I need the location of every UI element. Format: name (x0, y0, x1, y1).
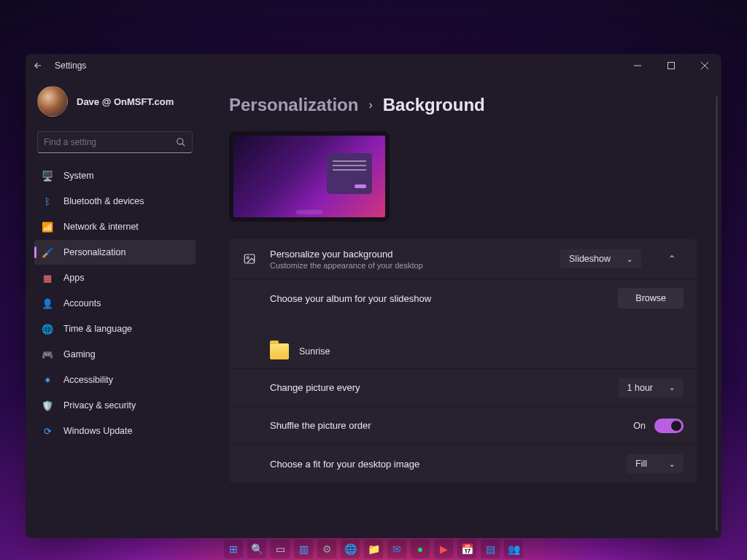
interval-label: Change picture every (270, 382, 605, 393)
shuffle-state-label: On (633, 421, 646, 431)
breadcrumb: Personalization › Background (229, 95, 697, 115)
user-name: Dave @ OnMSFT.com (77, 96, 174, 107)
taskbar-widgets[interactable]: ▥ (294, 540, 313, 559)
taskbar-start[interactable]: ⊞ (224, 540, 243, 559)
picture-icon (242, 252, 257, 265)
search-box[interactable] (37, 131, 193, 153)
svg-point-7 (247, 257, 249, 259)
nav-label: Apps (63, 273, 85, 283)
maximize-button[interactable] (654, 54, 688, 77)
sidebar-item-time-language[interactable]: 🌐Time & language (34, 316, 196, 341)
nav-icon: 🎮 (42, 349, 53, 360)
sidebar: Dave @ OnMSFT.com 🖥️SystemᛒBluetooth & d… (26, 77, 204, 538)
chevron-down-icon: ⌄ (627, 255, 632, 263)
collapse-button[interactable]: ⌃ (660, 248, 684, 270)
content-area: Personalization › Background Personalize… (204, 77, 721, 538)
fit-value: Fill (635, 459, 647, 469)
taskbar-twitter[interactable]: ▤ (481, 540, 500, 559)
nav-icon: 🖥️ (42, 170, 53, 182)
interval-dropdown[interactable]: 1 hour ⌄ (619, 378, 684, 397)
sidebar-item-network-internet[interactable]: 📶Network & internet (34, 214, 196, 239)
nav-label: Personalization (63, 247, 125, 257)
background-mode-dropdown[interactable]: Slideshow ⌄ (560, 249, 641, 268)
search-input[interactable] (44, 137, 176, 147)
close-button[interactable] (688, 54, 721, 77)
settings-window: Settings Dave @ OnMSFT.com 🖥️SystemᛒBlue… (26, 54, 721, 538)
shuffle-toggle[interactable] (654, 419, 684, 433)
preview-window-mock (327, 153, 372, 194)
nav-label: Privacy & security (63, 400, 136, 411)
taskbar: ⊞🔍▭▥⚙🌐📁✉●▶📅▤👥 (0, 538, 747, 560)
titlebar: Settings (26, 54, 721, 77)
nav-label: Bluetooth & devices (63, 196, 144, 206)
chevron-down-icon: ⌄ (669, 460, 675, 468)
fit-row: Choose a fit for your desktop image Fill… (229, 445, 697, 483)
taskbar-teams[interactable]: 👥 (504, 540, 523, 559)
desktop-preview (229, 131, 390, 222)
nav-icon: 👤 (42, 298, 53, 309)
taskbar-taskview[interactable]: ▭ (271, 540, 290, 559)
window-controls (621, 54, 721, 77)
svg-rect-1 (668, 63, 675, 69)
breadcrumb-parent[interactable]: Personalization (229, 95, 358, 115)
interval-row: Change picture every 1 hour ⌄ (229, 369, 697, 407)
sidebar-item-accessibility[interactable]: ✴Accessibility (34, 368, 196, 392)
taskbar-mail[interactable]: ✉ (387, 540, 406, 559)
album-label: Choose your album for your slideshow (270, 293, 605, 304)
chevron-down-icon: ⌄ (669, 384, 675, 392)
back-button[interactable] (33, 61, 43, 71)
nav-label: System (63, 171, 94, 181)
nav-label: Accessibility (63, 375, 113, 385)
nav-label: Gaming (63, 349, 96, 359)
nav-label: Windows Update (63, 426, 133, 436)
nav-label: Network & internet (63, 222, 139, 232)
album-folder-name: Sunrise (299, 346, 330, 357)
fit-dropdown[interactable]: Fill ⌄ (627, 454, 684, 473)
sidebar-item-system[interactable]: 🖥️System (34, 163, 196, 188)
taskbar-settings[interactable]: ⚙ (317, 540, 336, 559)
sidebar-item-accounts[interactable]: 👤Accounts (34, 291, 196, 316)
preview-taskbar-mock (296, 210, 322, 214)
taskbar-search[interactable]: 🔍 (247, 540, 266, 559)
sidebar-item-privacy-security[interactable]: 🛡️Privacy & security (34, 393, 196, 418)
chevron-up-icon: ⌃ (668, 254, 676, 264)
nav-icon: 🖌️ (42, 246, 53, 258)
svg-line-5 (182, 144, 185, 147)
window-title: Settings (55, 61, 86, 71)
sidebar-item-bluetooth-devices[interactable]: ᛒBluetooth & devices (34, 189, 196, 214)
sidebar-item-gaming[interactable]: 🎮Gaming (34, 342, 196, 367)
sidebar-item-windows-update[interactable]: ⟳Windows Update (34, 419, 196, 443)
svg-rect-6 (244, 254, 255, 263)
nav-icon: ⟳ (42, 425, 53, 437)
nav-icon: 🌐 (42, 323, 53, 335)
sidebar-item-apps[interactable]: ▦Apps (34, 265, 196, 290)
search-icon (176, 137, 186, 147)
chevron-right-icon: › (368, 98, 372, 112)
nav-icon: ᛒ (42, 195, 53, 207)
breadcrumb-current: Background (383, 95, 485, 115)
shuffle-label: Shuffle the picture order (270, 420, 620, 431)
minimize-button[interactable] (621, 54, 654, 77)
sidebar-item-personalization[interactable]: 🖌️Personalization (34, 240, 196, 265)
personalize-row: Personalize your background Customize th… (229, 239, 697, 279)
scrollbar[interactable] (716, 96, 718, 531)
nav-icon: 📶 (42, 221, 53, 233)
taskbar-calendar[interactable]: 📅 (457, 540, 476, 559)
selected-album[interactable]: Sunrise (242, 343, 330, 359)
taskbar-edge[interactable]: 🌐 (341, 540, 360, 559)
personalize-subtitle: Customize the appearance of your desktop (270, 261, 547, 270)
profile[interactable]: Dave @ OnMSFT.com (31, 83, 198, 125)
taskbar-spotify[interactable]: ● (411, 540, 430, 559)
nav-list: 🖥️SystemᛒBluetooth & devices📶Network & i… (31, 163, 198, 443)
nav-label: Accounts (63, 298, 101, 308)
nav-icon: ✴ (42, 374, 53, 386)
album-row: Choose your album for your slideshow Bro… (229, 279, 697, 369)
shuffle-row: Shuffle the picture order On (229, 407, 697, 445)
taskbar-explorer[interactable]: 📁 (364, 540, 383, 559)
svg-point-4 (177, 139, 183, 144)
taskbar-play[interactable]: ▶ (434, 540, 453, 559)
nav-icon: 🛡️ (42, 400, 53, 411)
browse-button[interactable]: Browse (618, 288, 684, 308)
personalize-title: Personalize your background (270, 249, 547, 260)
nav-icon: ▦ (42, 272, 53, 284)
